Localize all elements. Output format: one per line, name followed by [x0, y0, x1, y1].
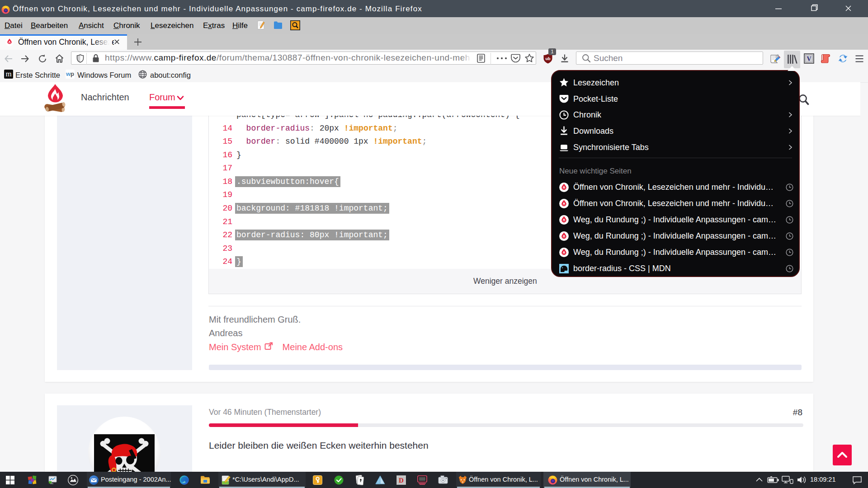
svg-text:D: D [399, 477, 404, 484]
svg-text:ub: ub [546, 56, 551, 61]
svg-text:V: V [807, 56, 811, 62]
